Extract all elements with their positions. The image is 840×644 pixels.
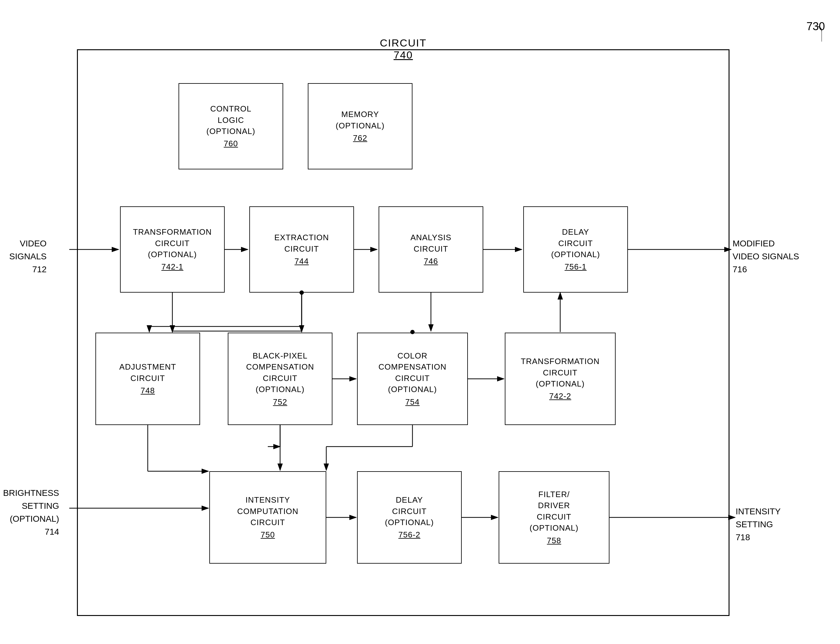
block-extraction: EXTRACTIONCIRCUIT 744	[249, 206, 354, 292]
block-extraction-ref: 744	[295, 256, 309, 267]
block-analysis-ref: 746	[424, 256, 438, 267]
block-memory-label: MEMORY(OPTIONAL)	[336, 109, 385, 131]
block-memory: MEMORY(OPTIONAL) 762	[308, 83, 413, 169]
block-color-compensation: COLORCOMPENSATIONCIRCUIT(OPTIONAL) 754	[357, 333, 468, 425]
block-transformation-742-1: TRANSFORMATIONCIRCUIT(OPTIONAL) 742-1	[120, 206, 225, 292]
block-filter-driver-ref: 758	[547, 535, 561, 546]
label-modified-video: MODIFIEDVIDEO SIGNALS 716	[733, 237, 799, 276]
diagram-ref-730: 730	[806, 20, 825, 33]
block-adjustment-label: ADJUSTMENTCIRCUIT	[120, 361, 176, 384]
block-adjustment: ADJUSTMENTCIRCUIT 748	[95, 333, 200, 425]
brightness-setting-ref: 714	[45, 527, 59, 537]
block-adjustment-ref: 748	[141, 385, 155, 396]
label-video-signals: VIDEOSIGNALS 712	[9, 237, 46, 276]
block-black-pixel-ref: 752	[273, 396, 287, 407]
intensity-setting-ref: 718	[736, 532, 750, 542]
block-intensity-computation-ref: 750	[261, 529, 275, 540]
block-delay-756-2: DELAYCIRCUIT(OPTIONAL) 756-2	[357, 471, 462, 564]
modified-video-ref: 716	[733, 264, 747, 274]
block-transformation-742-2-ref: 742-2	[549, 391, 571, 402]
intensity-setting-text: INTENSITYSETTING	[736, 507, 781, 529]
block-extraction-label: EXTRACTIONCIRCUIT	[274, 232, 329, 255]
block-delay-756-2-label: DELAYCIRCUIT(OPTIONAL)	[385, 495, 434, 528]
block-analysis: ANALYSISCIRCUIT 746	[378, 206, 483, 292]
block-delay-756-1: DELAYCIRCUIT(OPTIONAL) 756-1	[523, 206, 628, 292]
block-black-pixel: BLACK-PIXELCOMPENSATIONCIRCUIT(OPTIONAL)…	[228, 333, 332, 425]
block-control-logic-label: CONTROLLOGIC(OPTIONAL)	[206, 103, 255, 137]
block-analysis-label: ANALYSISCIRCUIT	[410, 232, 451, 255]
block-transformation-742-1-label: TRANSFORMATIONCIRCUIT(OPTIONAL)	[133, 227, 212, 260]
label-intensity-setting: INTENSITYSETTING 718	[736, 505, 781, 544]
label-brightness-setting: BRIGHTNESSSETTING(OPTIONAL) 714	[3, 486, 59, 538]
block-control-logic-ref: 760	[224, 138, 238, 149]
block-intensity-computation: INTENSITYCOMPUTATIONCIRCUIT 750	[209, 471, 326, 564]
block-color-compensation-label: COLORCOMPENSATIONCIRCUIT(OPTIONAL)	[378, 350, 447, 395]
block-delay-756-1-ref: 756-1	[565, 261, 587, 272]
block-color-compensation-ref: 754	[405, 396, 419, 407]
brightness-setting-text: BRIGHTNESSSETTING(OPTIONAL)	[3, 488, 59, 524]
block-delay-756-1-label: DELAYCIRCUIT(OPTIONAL)	[551, 227, 600, 260]
block-filter-driver-label: FILTER/DRIVERCIRCUIT(OPTIONAL)	[530, 489, 579, 534]
block-filter-driver: FILTER/DRIVERCIRCUIT(OPTIONAL) 758	[499, 471, 609, 564]
block-transformation-742-2: TRANSFORMATIONCIRCUIT(OPTIONAL) 742-2	[505, 333, 616, 425]
block-transformation-742-1-ref: 742-1	[161, 261, 183, 272]
circuit-740-title: CIRCUIT 740	[77, 37, 730, 61]
block-delay-756-2-ref: 756-2	[398, 529, 421, 540]
block-intensity-computation-label: INTENSITYCOMPUTATIONCIRCUIT	[237, 495, 298, 528]
block-memory-ref: 762	[353, 132, 367, 143]
video-signals-ref: 712	[32, 264, 47, 274]
modified-video-text: MODIFIEDVIDEO SIGNALS	[733, 239, 799, 261]
video-signals-text: VIDEOSIGNALS	[9, 239, 46, 261]
block-black-pixel-label: BLACK-PIXELCOMPENSATIONCIRCUIT(OPTIONAL)	[246, 350, 314, 395]
block-control-logic: CONTROLLOGIC(OPTIONAL) 760	[178, 83, 283, 169]
block-transformation-742-2-label: TRANSFORMATIONCIRCUIT(OPTIONAL)	[521, 356, 599, 389]
